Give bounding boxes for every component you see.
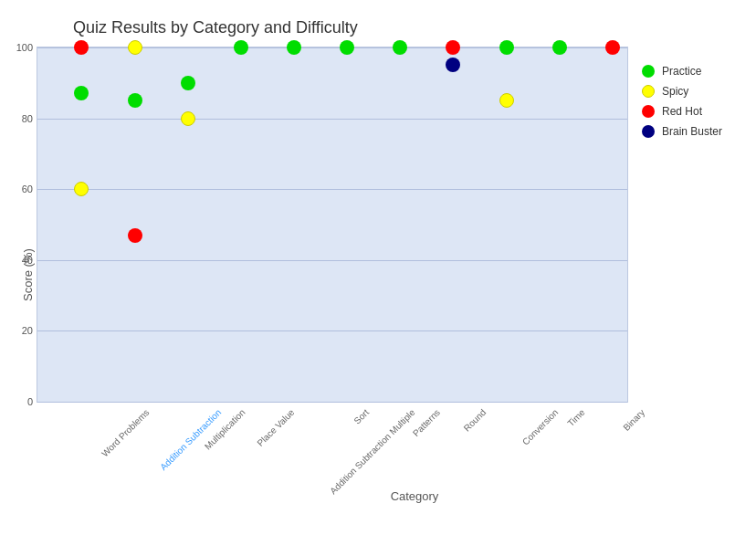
data-dot (181, 111, 195, 126)
data-dot (340, 40, 354, 55)
legend-label: Brain Buster (662, 125, 722, 138)
grid-line (37, 47, 627, 48)
x-tick-label: Place Value (255, 407, 296, 448)
legend: PracticeSpicyRed HotBrain Buster (628, 47, 747, 403)
data-dot (74, 40, 89, 55)
chart-container: Quiz Results by Category and Difficulty … (0, 0, 756, 556)
data-dot (128, 40, 142, 55)
legend-color-dot (642, 125, 655, 138)
data-dot (499, 93, 514, 108)
legend-color-dot (642, 105, 655, 118)
legend-item: Practice (642, 65, 733, 78)
legend-label: Red Hot (662, 105, 702, 118)
legend-color-dot (642, 85, 655, 98)
y-tick-label: 0 (27, 396, 33, 407)
x-tick-label: Time (566, 407, 587, 428)
x-ticks: Word ProblemsAddition SubtractionMultipl… (37, 403, 628, 485)
x-tick-label: Round (461, 407, 488, 434)
y-tick-label: 100 (16, 42, 33, 53)
x-tick-label: Addition Subtraction Multiple (328, 407, 416, 496)
x-axis-title: Category (82, 489, 747, 503)
x-tick-label: Word Problems (100, 407, 151, 458)
grid-line (37, 189, 627, 190)
data-dot (74, 182, 89, 196)
legend-item: Brain Buster (642, 125, 733, 138)
data-dot (446, 58, 460, 72)
chart-area: Score (%) 020406080100 PracticeSpicyRed … (18, 47, 747, 503)
data-dot (128, 228, 142, 243)
data-dot (605, 40, 620, 55)
chart-title: Quiz Results by Category and Difficulty (73, 18, 747, 37)
data-dot (234, 40, 248, 55)
x-tick-label: Conversion (520, 407, 561, 447)
data-dot (287, 40, 301, 55)
data-dot (552, 40, 567, 55)
legend-label: Spicy (662, 85, 688, 98)
chart-inner: 020406080100 PracticeSpicyRed HotBrain B… (37, 47, 747, 503)
y-tick-label: 60 (22, 184, 33, 194)
x-axis-area: Word ProblemsAddition SubtractionMultipl… (37, 403, 747, 503)
data-dot (446, 40, 460, 55)
legend-item: Spicy (642, 85, 733, 98)
legend-item: Red Hot (642, 105, 733, 118)
legend-label: Practice (662, 65, 701, 78)
legend-color-dot (642, 65, 655, 78)
data-dot (499, 40, 514, 55)
x-tick-label: Binary (621, 407, 646, 433)
x-tick-label: Sort (352, 407, 372, 426)
data-dot (181, 76, 195, 90)
data-dot (128, 93, 142, 108)
grid-line (37, 119, 627, 120)
plot-area: 020406080100 (37, 47, 628, 403)
y-tick-label: 20 (22, 325, 33, 336)
plot-and-legend: 020406080100 PracticeSpicyRed HotBrain B… (37, 47, 747, 403)
data-dot (393, 40, 407, 55)
grid-lines (37, 47, 627, 402)
y-tick-label: 80 (22, 113, 33, 124)
y-tick-label: 40 (22, 255, 33, 266)
grid-line (37, 260, 627, 261)
data-dot (74, 86, 89, 100)
grid-line (37, 330, 627, 331)
